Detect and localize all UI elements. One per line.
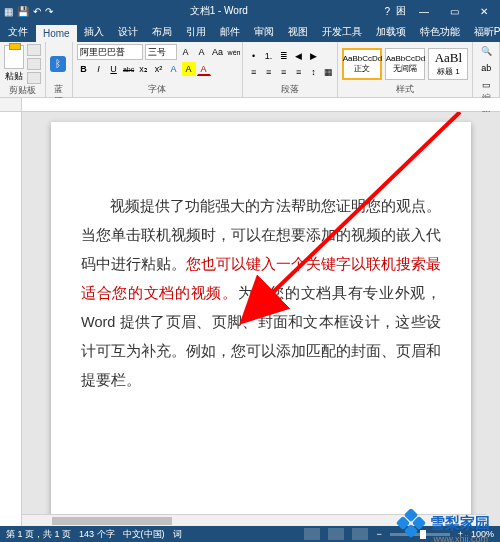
style-preview: AaBbCcDd bbox=[343, 54, 383, 63]
group-styles-label: 样式 bbox=[342, 83, 468, 95]
ruler-vertical[interactable] bbox=[0, 112, 22, 526]
shrink-font-button[interactable]: A bbox=[195, 45, 209, 59]
group-bluetooth-label: 蓝牙 bbox=[50, 83, 68, 95]
restore-button[interactable]: ▭ bbox=[442, 6, 466, 17]
align-right-button[interactable]: ≡ bbox=[277, 65, 291, 79]
replace-button[interactable]: ab bbox=[479, 61, 493, 75]
cut-icon[interactable] bbox=[27, 44, 41, 56]
font-size-select[interactable] bbox=[145, 44, 177, 60]
multilevel-list-button[interactable]: ≣ bbox=[277, 49, 291, 63]
paste-label: 粘贴 bbox=[5, 70, 23, 83]
style-name: 标题 1 bbox=[437, 66, 460, 77]
numbering-button[interactable]: 1. bbox=[262, 49, 276, 63]
style-no-spacing[interactable]: AaBbCcDd 无间隔 bbox=[385, 48, 425, 80]
status-ime[interactable]: 词 bbox=[173, 528, 182, 541]
bullets-button[interactable]: • bbox=[247, 49, 261, 63]
view-print-layout-icon[interactable] bbox=[328, 528, 344, 540]
zoom-out-button[interactable]: − bbox=[376, 529, 381, 539]
justify-button[interactable]: ≡ bbox=[292, 65, 306, 79]
phonetic-guide-button[interactable]: wén bbox=[227, 45, 242, 59]
change-case-button[interactable]: Aa bbox=[211, 45, 225, 59]
underline-button[interactable]: U bbox=[107, 62, 121, 76]
style-heading1[interactable]: AaBl 标题 1 bbox=[428, 48, 468, 80]
tab-layout[interactable]: 布局 bbox=[145, 22, 179, 42]
group-styles: AaBbCcDd 正文 AaBbCcDd 无间隔 AaBl 标题 1 样式 bbox=[338, 42, 473, 97]
account-icon[interactable]: 困 bbox=[396, 4, 406, 18]
decrease-indent-button[interactable]: ◀ bbox=[292, 49, 306, 63]
group-paragraph: • 1. ≣ ◀ ▶ ≡ ≡ ≡ ≡ ↕ ▦ 段落 bbox=[243, 42, 339, 97]
group-paragraph-label: 段落 bbox=[247, 83, 334, 95]
view-read-mode-icon[interactable] bbox=[304, 528, 320, 540]
group-clipboard-label: 剪贴板 bbox=[4, 84, 41, 96]
help-icon[interactable]: ? bbox=[384, 6, 390, 17]
clipboard-icon bbox=[4, 45, 24, 69]
paste-button[interactable]: 粘贴 bbox=[4, 45, 24, 83]
tab-addins[interactable]: 加载项 bbox=[369, 22, 413, 42]
align-left-button[interactable]: ≡ bbox=[247, 65, 261, 79]
watermark-url: www.xhjj.com bbox=[433, 534, 488, 542]
increase-indent-button[interactable]: ▶ bbox=[307, 49, 321, 63]
group-editing: 🔍 ab ▭ 编辑 bbox=[473, 42, 500, 97]
tab-foxit-pdf[interactable]: 福昕PDF bbox=[467, 22, 500, 42]
document-area: 视频提供了功能强大的方法帮助您证明您的观点。当您单击联机视频时，可以在想要添加的… bbox=[0, 112, 500, 526]
undo-icon[interactable]: ↶ bbox=[33, 6, 41, 17]
status-language[interactable]: 中文(中国) bbox=[123, 528, 165, 541]
format-painter-icon[interactable] bbox=[27, 72, 41, 84]
ribbon-tabs: 文件 Home 插入 设计 布局 引用 邮件 审阅 视图 开发工具 加载项 特色… bbox=[0, 22, 500, 42]
bold-button[interactable]: B bbox=[77, 62, 91, 76]
font-color-button[interactable]: A bbox=[197, 62, 211, 76]
italic-button[interactable]: I bbox=[92, 62, 106, 76]
group-bluetooth: ᛒ 蓝牙 bbox=[46, 42, 73, 97]
tab-insert[interactable]: 插入 bbox=[77, 22, 111, 42]
close-button[interactable]: ✕ bbox=[472, 6, 496, 17]
watermark-logo-icon bbox=[398, 510, 424, 536]
window-title: 文档1 - Word bbox=[53, 4, 384, 18]
align-center-button[interactable]: ≡ bbox=[262, 65, 276, 79]
style-preview: AaBl bbox=[435, 50, 462, 66]
style-normal[interactable]: AaBbCcDd 正文 bbox=[342, 48, 382, 80]
select-button[interactable]: ▭ bbox=[479, 78, 493, 92]
scrollbar-thumb[interactable] bbox=[52, 517, 172, 525]
save-icon[interactable]: 💾 bbox=[17, 6, 29, 17]
text-effects-button[interactable]: A bbox=[167, 62, 181, 76]
group-font-label: 字体 bbox=[77, 83, 238, 95]
font-family-select[interactable] bbox=[77, 44, 143, 60]
minimize-button[interactable]: — bbox=[412, 6, 436, 17]
tab-review[interactable]: 审阅 bbox=[247, 22, 281, 42]
grow-font-button[interactable]: A bbox=[179, 45, 193, 59]
word-app-icon: ▦ bbox=[4, 6, 13, 17]
line-spacing-button[interactable]: ↕ bbox=[307, 65, 321, 79]
body-paragraph[interactable]: 视频提供了功能强大的方法帮助您证明您的观点。当您单击联机视频时，可以在想要添加的… bbox=[81, 192, 441, 395]
copy-icon[interactable] bbox=[27, 58, 41, 70]
tab-design[interactable]: 设计 bbox=[111, 22, 145, 42]
subscript-button[interactable]: x₂ bbox=[137, 62, 151, 76]
page[interactable]: 视频提供了功能强大的方法帮助您证明您的观点。当您单击联机视频时，可以在想要添加的… bbox=[51, 122, 471, 526]
bluetooth-icon[interactable]: ᛒ bbox=[50, 56, 66, 72]
status-page[interactable]: 第 1 页，共 1 页 bbox=[6, 528, 71, 541]
superscript-button[interactable]: x² bbox=[152, 62, 166, 76]
tab-file[interactable]: 文件 bbox=[0, 22, 36, 42]
find-button[interactable]: 🔍 bbox=[479, 44, 493, 58]
page-scroll-area[interactable]: 视频提供了功能强大的方法帮助您证明您的观点。当您单击联机视频时，可以在想要添加的… bbox=[22, 112, 500, 526]
ruler-horizontal[interactable] bbox=[22, 98, 500, 111]
style-preview: AaBbCcDd bbox=[386, 54, 426, 63]
highlight-button[interactable]: A bbox=[182, 62, 196, 76]
style-name: 无间隔 bbox=[393, 63, 417, 74]
quick-access-toolbar: ▦ 💾 ↶ ↷ bbox=[4, 6, 53, 17]
shading-button[interactable]: ▦ bbox=[322, 65, 336, 79]
watermark-text: 雪梨家园 bbox=[430, 514, 490, 533]
tab-home[interactable]: Home bbox=[36, 25, 77, 42]
tab-view[interactable]: 视图 bbox=[281, 22, 315, 42]
group-font: A A Aa wén B I U abc x₂ x² A A A 字体 bbox=[73, 42, 243, 97]
tab-references[interactable]: 引用 bbox=[179, 22, 213, 42]
ribbon: 粘贴 剪贴板 ᛒ 蓝牙 A A Aa wén B bbox=[0, 42, 500, 98]
view-web-layout-icon[interactable] bbox=[352, 528, 368, 540]
ruler-horizontal-area bbox=[0, 98, 500, 112]
status-word-count[interactable]: 143 个字 bbox=[79, 528, 115, 541]
redo-icon[interactable]: ↷ bbox=[45, 6, 53, 17]
strikethrough-button[interactable]: abc bbox=[122, 62, 136, 76]
tab-mailings[interactable]: 邮件 bbox=[213, 22, 247, 42]
tab-developer[interactable]: 开发工具 bbox=[315, 22, 369, 42]
tab-features[interactable]: 特色功能 bbox=[413, 22, 467, 42]
title-bar: ▦ 💾 ↶ ↷ 文档1 - Word ? 困 — ▭ ✕ bbox=[0, 0, 500, 22]
